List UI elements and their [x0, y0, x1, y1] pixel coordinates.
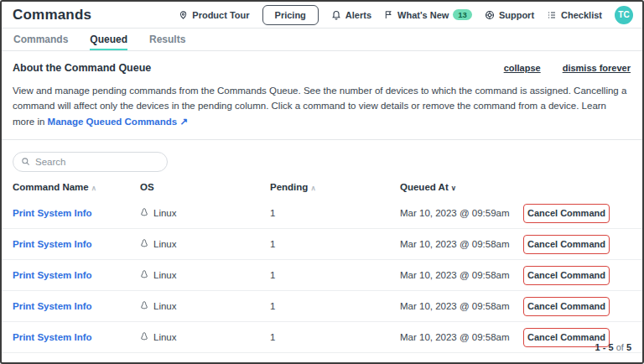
tab-commands[interactable]: Commands: [13, 29, 68, 50]
alerts-button[interactable]: Alerts: [331, 9, 371, 20]
pending-count: 1: [270, 270, 400, 280]
page-title: Commands: [13, 7, 91, 23]
linux-penguin-icon: [140, 269, 148, 281]
column-header-command-name[interactable]: Command Name∧: [13, 182, 140, 192]
external-link-icon: ↗: [179, 117, 188, 127]
tab-queued[interactable]: Queued: [90, 29, 127, 50]
command-name-link[interactable]: Print System Info: [13, 239, 92, 249]
os-cell: Linux: [140, 300, 270, 312]
product-tour-label: Product Tour: [192, 10, 249, 20]
pending-count: 1: [270, 301, 400, 311]
about-command-queue-banner: About the Command Queue collapse dismiss…: [2, 51, 642, 140]
os-cell: Linux: [140, 238, 270, 250]
column-header-queued-at[interactable]: Queued At∨: [400, 182, 523, 192]
command-name-link[interactable]: Print System Info: [13, 270, 92, 280]
top-nav: Product Tour Pricing Alerts: [179, 5, 633, 25]
os-label: Linux: [153, 270, 177, 280]
checklist-label: Checklist: [561, 10, 602, 20]
support-label: Support: [499, 10, 534, 20]
column-header-os[interactable]: OS: [140, 182, 270, 192]
pagination: 1 - 5 of 5: [595, 342, 631, 352]
table-row: Print System Info Linux 1 Mar 10, 2023 @…: [2, 198, 642, 229]
pending-count: 1: [270, 208, 400, 218]
bell-icon: [331, 9, 341, 20]
queued-at-value: Mar 10, 2023 @ 09:58am: [400, 270, 523, 280]
os-cell: Linux: [140, 269, 270, 281]
tour-icon: [179, 10, 188, 20]
table-row: Print System Info Linux 1 Mar 10, 2023 @…: [2, 229, 642, 260]
product-tour-button[interactable]: Product Tour: [179, 10, 249, 20]
top-header: Commands Product Tour Pricing: [2, 2, 642, 29]
checklist-button[interactable]: Checklist: [547, 10, 602, 20]
queued-at-value: Mar 10, 2023 @ 09:59am: [400, 208, 523, 218]
tab-results[interactable]: Results: [149, 29, 185, 50]
os-label: Linux: [153, 332, 177, 342]
search-box[interactable]: [13, 152, 168, 172]
cancel-command-button[interactable]: Cancel Command: [523, 235, 610, 254]
pagination-range: 1 - 5: [595, 342, 614, 352]
whats-new-label: What's New: [397, 10, 449, 20]
user-avatar[interactable]: TC: [615, 6, 633, 24]
manage-queued-commands-link[interactable]: Manage Queued Commands ↗: [48, 117, 188, 127]
search-icon: [21, 154, 30, 169]
linux-penguin-icon: [140, 207, 148, 219]
os-label: Linux: [153, 208, 177, 218]
about-title: About the Command Queue: [13, 62, 151, 74]
queued-at-value: Mar 10, 2023 @ 09:58am: [400, 301, 523, 311]
pending-count: 1: [270, 332, 400, 342]
os-cell: Linux: [140, 331, 270, 343]
linux-penguin-icon: [140, 238, 148, 250]
os-label: Linux: [153, 301, 177, 311]
linux-penguin-icon: [140, 300, 148, 312]
table-row: Print System Info Linux 1 Mar 10, 2023 @…: [2, 260, 642, 291]
flag-icon: [384, 9, 393, 20]
os-cell: Linux: [140, 207, 270, 219]
pagination-of: of: [616, 342, 624, 352]
sort-asc-icon: ∧: [91, 184, 96, 192]
collapse-link[interactable]: collapse: [504, 63, 541, 73]
cancel-command-button[interactable]: Cancel Command: [523, 204, 610, 223]
search-zone: [2, 140, 642, 175]
sort-asc-icon: ∧: [310, 184, 315, 192]
tab-bar: Commands Queued Results: [2, 29, 642, 51]
os-label: Linux: [153, 239, 177, 249]
pending-count: 1: [270, 239, 400, 249]
command-name-link[interactable]: Print System Info: [13, 208, 92, 218]
whats-new-button[interactable]: What's New 13: [384, 9, 472, 20]
lifebuoy-icon: [485, 10, 495, 20]
table-row: Print System Info Linux 1 Mar 10, 2023 @…: [2, 322, 642, 353]
pagination-total: 5: [626, 342, 631, 352]
sort-desc-icon: ∨: [451, 184, 456, 192]
table-row: Print System Info Linux 1 Mar 10, 2023 @…: [2, 291, 642, 322]
command-name-link[interactable]: Print System Info: [13, 332, 92, 342]
table-header-row: Command Name∧ OS Pending∧ Queued At∨: [2, 175, 642, 198]
whats-new-count-badge: 13: [453, 9, 472, 20]
dismiss-forever-link[interactable]: dismiss forever: [563, 63, 631, 73]
command-name-link[interactable]: Print System Info: [13, 301, 92, 311]
queued-at-value: Mar 10, 2023 @ 09:58am: [400, 239, 523, 249]
about-description: View and manage pending commands from th…: [13, 83, 631, 129]
cancel-command-button[interactable]: Cancel Command: [523, 297, 610, 316]
commands-page: Commands Product Tour Pricing: [0, 0, 644, 364]
linux-penguin-icon: [140, 331, 148, 343]
search-input[interactable]: [35, 157, 159, 167]
column-header-pending[interactable]: Pending∧: [270, 182, 400, 192]
alerts-label: Alerts: [345, 10, 371, 20]
support-button[interactable]: Support: [485, 10, 534, 20]
pricing-button[interactable]: Pricing: [262, 5, 319, 25]
cancel-command-button[interactable]: Cancel Command: [523, 266, 610, 285]
queued-at-value: Mar 10, 2023 @ 09:58am: [400, 332, 523, 342]
checklist-icon: [547, 10, 557, 20]
